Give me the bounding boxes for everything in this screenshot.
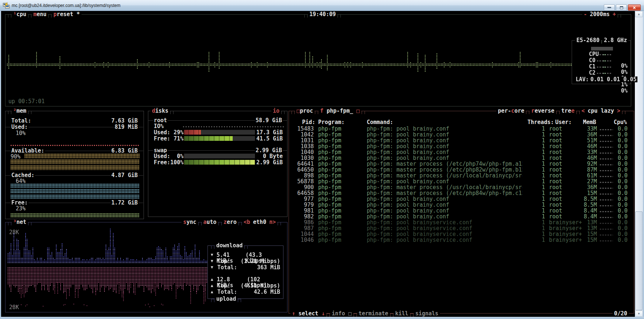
process-row[interactable]: 1031php-fpmphp-fpm: pool brainy.conf1roo… <box>290 138 633 143</box>
process-row[interactable]: 898php-fpmphp-fpm: master process (/usr/… <box>290 173 633 179</box>
info-button[interactable]: info □ <box>330 311 353 316</box>
scrollbar[interactable]: ▲ ▼ <box>635 11 643 317</box>
process-row[interactable]: 15483php-fpmphp-fpm: pool brainy.conf1ro… <box>290 126 633 132</box>
disk-root-used-meter <box>179 130 255 135</box>
upload-title: upload <box>215 296 237 302</box>
cpu-box-title[interactable]: ¹cpu <box>12 11 28 17</box>
mem-total-value: 7.63 GiB <box>111 118 138 124</box>
process-row[interactable]: 982php-fpmphp-fpm: pool brainy.conf1root… <box>290 214 633 219</box>
restore-button[interactable] <box>616 4 627 11</box>
download-total-label: Total: <box>217 264 237 270</box>
net-box-title[interactable]: ³net <box>12 219 28 225</box>
process-row[interactable]: 986php-fpmphp-fpm: pool brainyservice.co… <box>290 219 633 225</box>
net-zero-toggle[interactable]: zero <box>222 219 238 225</box>
terminate-button[interactable]: terminate <box>357 311 390 316</box>
upload-total-value: 42.6 MiB <box>254 289 280 295</box>
corner-tick <box>410 314 414 317</box>
net-auto-toggle[interactable]: auto <box>202 219 218 225</box>
process-row[interactable]: 64658php-fpmphp-fpm: master process (/et… <box>290 190 633 196</box>
interface-next-button[interactable]: n> <box>268 219 277 225</box>
core-value: 0% <box>620 88 628 94</box>
upload-speed: 12.8 KiB/s <box>217 277 247 282</box>
core-label: C2 <box>588 70 596 76</box>
mem-available-label: Available: <box>11 148 45 154</box>
process-row[interactable]: 1038php-fpmphp-fpm: pool brainy.conf1roo… <box>290 143 633 149</box>
core-label: C0 <box>588 57 596 64</box>
process-row[interactable]: 1044php-fpmphp-fpm: pool brainyservice.c… <box>290 231 633 237</box>
process-row[interactable]: 987php-fpmphp-fpm: pool brainyservice.co… <box>290 225 633 231</box>
core-value: 0% <box>620 69 628 75</box>
corner-tick <box>198 222 202 225</box>
process-row[interactable]: 64641php-fpmphp-fpm: master process (/et… <box>290 161 633 167</box>
process-row[interactable]: 981php-fpmphp-fpm: pool brainy.conf1root… <box>290 208 633 214</box>
up-arrow-icon: ▲ <box>211 283 217 289</box>
select-control[interactable]: ↑ select ↓ <box>290 311 326 316</box>
disks-box-title[interactable]: disks <box>150 108 170 114</box>
scroll-down-button[interactable]: ▼ <box>635 311 643 317</box>
corner-tick <box>338 14 341 18</box>
process-row[interactable]: 64650php-fpmphp-fpm: master process (/et… <box>290 167 633 173</box>
process-row[interactable]: 1030php-fpmphp-fpm: pool brainy.conf1roo… <box>290 155 633 161</box>
mem-cached-graph <box>11 195 140 199</box>
kill-button[interactable]: kill <box>394 311 410 316</box>
interface-name: eth0 <box>252 219 268 225</box>
mem-free-value: 1.72 GiB <box>111 200 138 206</box>
process-row[interactable]: 900php-fpmphp-fpm: master process (/usr/… <box>290 184 633 190</box>
process-row[interactable]: 1046php-fpmphp-fpm: pool brainyservice.c… <box>290 237 633 243</box>
update-interval: 2000ms <box>588 11 611 17</box>
selection-position: 0/20 <box>613 311 629 316</box>
scroll-up-button[interactable]: ▲ <box>635 11 643 17</box>
up-arrow-icon: ▲ <box>211 277 217 282</box>
preset-button[interactable]: preset * <box>52 11 81 17</box>
download-total-value: 363 MiB <box>257 264 280 270</box>
network-graph-canvas <box>8 228 212 309</box>
minimize-button[interactable] <box>604 4 615 11</box>
menu-button[interactable]: menu <box>32 11 48 17</box>
corner-tick <box>28 14 31 18</box>
up-arrow-icon: ▲ <box>211 289 217 295</box>
disk-swap-free-value: 2.99 GiB <box>256 159 283 166</box>
process-row[interactable]: 1040php-fpmphp-fpm: pool brainy.conf1roo… <box>290 149 633 155</box>
process-row[interactable]: 56878php-fpmphp-fpm: pool brainy.conf1ro… <box>290 179 633 184</box>
process-row[interactable]: 1042php-fpmphp-fpm: pool brainy.conf1roo… <box>290 132 633 138</box>
process-row[interactable]: 977php-fpmphp-fpm: pool brainy.conf1root… <box>290 196 633 202</box>
net-stats-panel: download ▼5.41 KiB/s(43.3 Kibps) ▼Top:(1… <box>207 245 283 299</box>
down-arrow-icon: ▼ <box>211 252 217 258</box>
corner-tick <box>618 14 621 18</box>
disk-swap-used-label: Used: 0% <box>153 153 184 160</box>
mem-box-title[interactable]: ²mem <box>12 108 28 114</box>
corner-tick <box>211 299 214 302</box>
mem-free-label: Free: <box>11 200 28 206</box>
interval-plus-button[interactable]: + <box>611 11 617 17</box>
corner-tick <box>8 222 11 225</box>
process-row[interactable]: 979php-fpmphp-fpm: pool brainy.conf1root… <box>290 202 633 208</box>
mem-used-graph <box>11 145 140 146</box>
minimize-icon <box>607 7 611 8</box>
signals-button[interactable]: signals <box>414 311 440 316</box>
disk-root-size: 58.9 GiB <box>255 117 283 123</box>
corner-tick <box>239 222 242 225</box>
download-speed: 5.41 KiB/s <box>217 252 245 258</box>
interface-prev-button[interactable]: <b <box>242 219 252 225</box>
cpu-panel: ¹cpu menu preset * 19:40:09 - 2000ms + u… <box>5 14 631 106</box>
disk-root-free-label: Free: 71% <box>153 135 184 142</box>
mem-available-graph <box>11 160 140 164</box>
mem-free-percent: 23% <box>16 206 26 211</box>
disk-root-name: root <box>153 117 168 123</box>
interval-minus-button[interactable]: - <box>582 11 588 17</box>
load-average-label: LAV: <box>575 76 590 82</box>
mem-total-label: Total: <box>11 118 32 124</box>
putty-icon: ⚡ <box>3 3 9 8</box>
corner-tick <box>327 314 330 317</box>
corner-tick <box>211 245 214 249</box>
net-sync-toggle[interactable]: sync <box>182 219 198 225</box>
corner-tick <box>281 111 285 114</box>
cpu-frequency: 2.8 GHz <box>602 37 628 43</box>
disk-swap-used-value: 0 Byte <box>262 153 283 160</box>
io-toggle[interactable]: io <box>271 108 281 114</box>
disk-io-graph <box>183 126 284 127</box>
close-button[interactable]: ✕ <box>628 4 641 11</box>
scrollbar-thumb[interactable] <box>635 211 643 310</box>
mem-available-value: 6.83 GiB <box>111 148 138 154</box>
title-bar[interactable]: ⚡ mc [root@ub24.itdeveloper.com.ua]:/lib… <box>0 0 644 11</box>
